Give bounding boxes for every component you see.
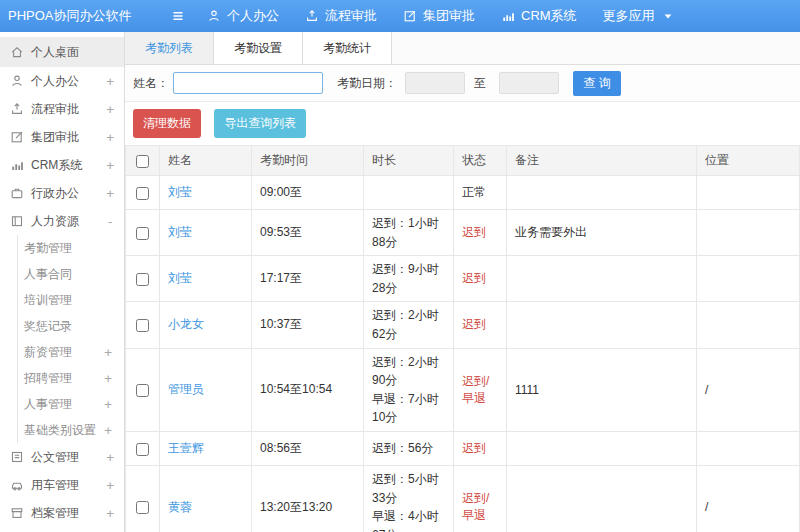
sidebar-item-archive-management[interactable]: 档案管理+ (0, 499, 124, 527)
sidebar-item-admin-office[interactable]: 行政办公+ (0, 179, 124, 207)
name-input[interactable] (173, 72, 323, 94)
expand-toggle-icon[interactable]: + (104, 371, 112, 386)
sidebar-subitem-training-management[interactable]: 培训管理 (18, 287, 124, 313)
sidebar-item-label: 行政办公 (31, 185, 79, 202)
expand-toggle-icon[interactable]: + (106, 74, 114, 89)
select-all-checkbox[interactable] (136, 155, 149, 168)
employee-name-link[interactable]: 小龙女 (168, 317, 204, 331)
date-to-input[interactable] (499, 72, 559, 94)
expand-toggle-icon[interactable]: + (104, 345, 112, 360)
sidebar-subitem-personnel-contract[interactable]: 人事合同 (18, 261, 124, 287)
nav-crm-system[interactable]: CRM系统 (501, 7, 577, 25)
column-header: 备注 (507, 146, 697, 176)
note (507, 256, 697, 302)
row-checkbox[interactable] (136, 187, 149, 200)
row-checkbox[interactable] (136, 443, 149, 456)
sidebar-subitem-base-category-settings[interactable]: 基础类别设置+ (18, 417, 124, 443)
sidebar-item-document-management[interactable]: 公文管理+ (0, 443, 124, 471)
table-header-row: 姓名考勤时间时长状态备注位置 (126, 146, 800, 176)
sidebar-subitem-label: 人事管理 (24, 396, 72, 413)
employee-name-link[interactable]: 黄蓉 (168, 500, 192, 514)
sidebar-item-vehicle-management[interactable]: 用车管理+ (0, 471, 124, 499)
user-icon (10, 74, 24, 88)
sidebar-item-label: 个人办公 (31, 73, 79, 90)
app-logo: PHPOA协同办公软件 (0, 7, 163, 25)
sidebar-subitem-personnel-management[interactable]: 人事管理+ (18, 391, 124, 417)
sidebar-subitem-recruitment-management[interactable]: 招聘管理+ (18, 365, 124, 391)
hamburger-menu-button[interactable] (163, 9, 193, 23)
search-form: 姓名： 考勤日期： 至 查 询 (125, 65, 800, 102)
employee-name-link[interactable]: 管理员 (168, 382, 204, 396)
home-icon (10, 45, 24, 59)
sidebar-item-personal-desktop[interactable]: 个人桌面 (0, 37, 124, 67)
sidebar-subitem-salary-management[interactable]: 薪资管理+ (18, 339, 124, 365)
table-row: 黄蓉13:20至13:20迟到：5小时33分早退：4小时67分迟到/早退/ (126, 465, 800, 532)
nav-workflow-approval[interactable]: 流程审批 (305, 7, 377, 25)
duration: 迟到：2小时62分 (364, 302, 454, 348)
attendance-time: 10:54至10:54 (252, 348, 364, 431)
attendance-time: 08:56至 (252, 431, 364, 465)
archive-icon (10, 506, 24, 520)
expand-toggle-icon[interactable]: + (106, 506, 114, 521)
note (507, 431, 697, 465)
export-list-button[interactable]: 导出查询列表 (214, 109, 306, 138)
attendance-table: 姓名考勤时间时长状态备注位置 刘莹09:00至正常刘莹09:53至迟到：1小时8… (125, 145, 800, 532)
employee-name-link[interactable]: 刘莹 (168, 185, 192, 199)
expand-toggle-icon[interactable]: + (106, 102, 114, 117)
row-checkbox[interactable] (136, 273, 149, 286)
query-button[interactable]: 查 询 (573, 71, 621, 96)
expand-toggle-icon[interactable]: + (104, 423, 112, 438)
employee-name-link[interactable]: 王壹辉 (168, 441, 204, 455)
sidebar-item-label: 个人桌面 (31, 44, 79, 61)
sidebar-item-crm-system[interactable]: CRM系统+ (0, 151, 124, 179)
nav-group-approval[interactable]: 集团审批 (403, 7, 475, 25)
expand-toggle-icon[interactable]: + (106, 186, 114, 201)
expand-toggle-icon[interactable]: + (106, 158, 114, 173)
sidebar-item-human-resources[interactable]: 人力资源- (0, 207, 124, 235)
tab-attendance-settings[interactable]: 考勤设置 (214, 32, 303, 64)
tab-attendance-stats[interactable]: 考勤统计 (303, 32, 392, 64)
sidebar-submenu-human-resources: 考勤管理人事合同培训管理奖惩记录薪资管理+招聘管理+人事管理+基础类别设置+ (17, 235, 124, 443)
main-content: 考勤列表考勤设置考勤统计 姓名： 考勤日期： 至 查 询 清理数据 导出查询列表… (125, 32, 800, 532)
table-row: 刘莹09:00至正常 (126, 176, 800, 210)
expand-toggle-icon[interactable]: + (104, 397, 112, 412)
sidebar-subitem-reward-punishment-log[interactable]: 奖惩记录 (18, 313, 124, 339)
sidebar-subitem-label: 人事合同 (24, 266, 72, 283)
expand-toggle-icon[interactable]: + (106, 130, 114, 145)
duration (364, 176, 454, 210)
column-header: 时长 (364, 146, 454, 176)
sidebar-item-workflow-approval[interactable]: 流程审批+ (0, 95, 124, 123)
approve-icon (10, 130, 24, 144)
nav-more-apps[interactable]: 更多应用 (603, 7, 681, 25)
location (697, 256, 800, 302)
attendance-time: 13:20至13:20 (252, 465, 364, 532)
status: 迟到 (454, 256, 507, 302)
row-checkbox[interactable] (136, 319, 149, 332)
sidebar-item-group-approval[interactable]: 集团审批+ (0, 123, 124, 151)
tab-attendance-list[interactable]: 考勤列表 (125, 32, 214, 64)
flow-icon (305, 9, 319, 23)
note (507, 465, 697, 532)
nav-personal-office[interactable]: 个人办公 (207, 7, 279, 25)
sidebar: 个人桌面个人办公+流程审批+集团审批+CRM系统+行政办公+人力资源-考勤管理人… (0, 32, 125, 532)
employee-name-link[interactable]: 刘莹 (168, 225, 192, 239)
row-checkbox[interactable] (136, 501, 149, 514)
date-to-label: 至 (474, 75, 486, 92)
column-header: 考勤时间 (252, 146, 364, 176)
note (507, 302, 697, 348)
car-icon (10, 478, 24, 492)
topbar-nav: 个人办公流程审批集团审批CRM系统更多应用 (207, 7, 707, 25)
date-from-input[interactable] (405, 72, 465, 94)
expand-toggle-icon[interactable]: - (106, 214, 114, 229)
employee-name-link[interactable]: 刘莹 (168, 271, 192, 285)
expand-toggle-icon[interactable]: + (106, 450, 114, 465)
sidebar-item-project-management[interactable]: 项目管理+ (0, 527, 124, 532)
nav-label: 个人办公 (227, 7, 279, 25)
row-checkbox[interactable] (136, 227, 149, 240)
row-checkbox[interactable] (136, 384, 149, 397)
clear-data-button[interactable]: 清理数据 (133, 109, 201, 138)
status: 迟到 (454, 210, 507, 256)
sidebar-item-personal-office[interactable]: 个人办公+ (0, 67, 124, 95)
expand-toggle-icon[interactable]: + (106, 478, 114, 493)
sidebar-subitem-attendance-management[interactable]: 考勤管理 (18, 235, 124, 261)
